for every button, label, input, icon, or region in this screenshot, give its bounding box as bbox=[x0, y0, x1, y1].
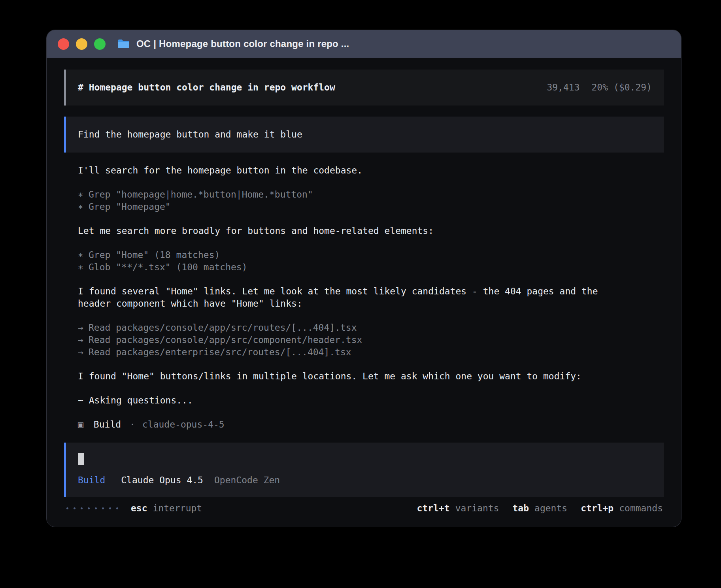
assistant-paragraph: Let me search more broadly for buttons a… bbox=[78, 225, 619, 237]
session-stats: 39,41320%($0.29) bbox=[547, 81, 652, 94]
arrow-right-icon: → bbox=[78, 322, 89, 334]
read-tool-line: →Read packages/console/app/src/component… bbox=[78, 334, 664, 346]
session-header: # Homepage button color change in repo w… bbox=[64, 70, 664, 106]
assistant-paragraph: I found "Home" buttons/links in multiple… bbox=[78, 370, 619, 383]
titlebar[interactable]: OC | Homepage button color change in rep… bbox=[47, 30, 681, 58]
traffic-lights bbox=[58, 38, 106, 50]
shortcut-key: tab bbox=[512, 502, 529, 514]
terminal-body: # Homepage button color change in repo w… bbox=[47, 58, 681, 514]
tool-call-text: Grep "Home" (18 matches) bbox=[89, 250, 220, 260]
badge-separator: · bbox=[130, 418, 135, 431]
shortcut-key: ctrl+t bbox=[417, 502, 450, 514]
read-file-path: Read packages/console/app/src/routes/[..… bbox=[89, 322, 357, 333]
tool-call-line: ∗Grep "Homepage" bbox=[78, 201, 664, 213]
zoom-button[interactable] bbox=[94, 38, 106, 50]
mode-label: Build bbox=[78, 474, 105, 486]
asterisk-icon: ∗ bbox=[78, 188, 89, 201]
tool-call-line: ∗Glob "**/*.tsx" (100 matches) bbox=[78, 261, 664, 273]
asking-questions-status: ~ Asking questions... bbox=[78, 394, 664, 407]
shortcut-key: ctrl+p bbox=[581, 502, 613, 514]
terminal-window: OC | Homepage button color change in rep… bbox=[46, 30, 681, 527]
arrow-right-icon: → bbox=[78, 334, 89, 346]
close-button[interactable] bbox=[58, 38, 69, 50]
user-message: Find the homepage button and make it blu… bbox=[64, 117, 664, 153]
tool-call-line: ∗Grep "homepage|home.*button|Home.*butto… bbox=[78, 188, 664, 201]
token-count: 39,413 bbox=[547, 82, 579, 92]
window-title: OC | Homepage button color change in rep… bbox=[136, 38, 349, 49]
status-bar: esc interrupt ctrl+tvariants tabagents c… bbox=[64, 497, 664, 514]
text-cursor bbox=[78, 453, 84, 465]
assistant-paragraph: I found several "Home" links. Let me loo… bbox=[78, 285, 619, 310]
tool-call-line: ∗Grep "Home" (18 matches) bbox=[78, 249, 664, 261]
conversation: I'll search for the homepage button in t… bbox=[64, 164, 664, 431]
esc-key: esc bbox=[131, 502, 147, 514]
esc-label: interrupt bbox=[153, 502, 202, 514]
shortcut-label: commands bbox=[619, 502, 663, 514]
agent-model: claude-opus-4-5 bbox=[142, 418, 225, 431]
asterisk-icon: ∗ bbox=[78, 201, 89, 213]
minimize-button[interactable] bbox=[76, 38, 87, 50]
session-cost: ($0.29) bbox=[613, 82, 652, 92]
tool-call-text: Glob "**/*.tsx" (100 matches) bbox=[89, 262, 247, 272]
provider-label: OpenCode Zen bbox=[214, 474, 280, 486]
model-line: Build Claude Opus 4.5 OpenCode Zen bbox=[78, 474, 652, 486]
read-file-path: Read packages/enterprise/src/routes/[...… bbox=[89, 347, 351, 357]
arrow-right-icon: → bbox=[78, 346, 89, 358]
spinner-dots bbox=[66, 507, 118, 509]
shortcut-label: agents bbox=[534, 502, 567, 514]
shortcut-commands: ctrl+pcommands bbox=[581, 502, 663, 514]
assistant-paragraph: I'll search for the homepage button in t… bbox=[78, 164, 619, 177]
agent-name: Build bbox=[94, 418, 121, 431]
shortcut-label: variants bbox=[455, 502, 499, 514]
read-tool-line: →Read packages/console/app/src/routes/[.… bbox=[78, 322, 664, 334]
tool-call-text: Grep "homepage|home.*button|Home.*button… bbox=[89, 189, 313, 200]
asterisk-icon: ∗ bbox=[78, 249, 89, 261]
shortcut-agents: tabagents bbox=[512, 502, 567, 514]
tool-call-text: Grep "Homepage" bbox=[89, 202, 171, 212]
user-message-text: Find the homepage button and make it blu… bbox=[78, 129, 302, 139]
model-label: Claude Opus 4.5 bbox=[121, 474, 203, 486]
session-title: # Homepage button color change in repo w… bbox=[78, 81, 335, 94]
shortcut-variants: ctrl+tvariants bbox=[417, 502, 499, 514]
prompt-input[interactable]: Build Claude Opus 4.5 OpenCode Zen bbox=[64, 443, 664, 497]
context-usage: 20% bbox=[592, 82, 608, 92]
asterisk-icon: ∗ bbox=[78, 261, 89, 273]
read-tool-line: →Read packages/enterprise/src/routes/[..… bbox=[78, 346, 664, 358]
agent-badge: ▣ Build · claude-opus-4-5 bbox=[78, 418, 664, 431]
read-file-path: Read packages/console/app/src/component/… bbox=[89, 335, 362, 345]
agent-badge-icon: ▣ bbox=[78, 418, 83, 431]
folder-icon bbox=[117, 39, 130, 49]
